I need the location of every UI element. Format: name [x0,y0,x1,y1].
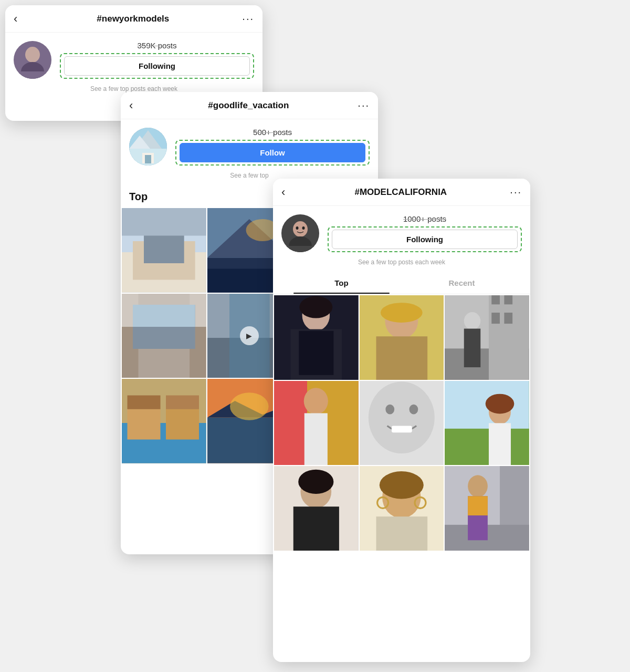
play-icon[interactable]: ▶ [240,326,259,345]
more-options-icon[interactable]: ··· [242,13,254,25]
grid-item[interactable] [360,381,444,466]
tab-recent[interactable]: Recent [402,272,522,294]
grid-item[interactable] [274,295,359,380]
svg-point-70 [464,312,481,330]
svg-rect-42 [128,407,161,440]
card2-posts-count: 500+ posts [253,128,292,137]
svg-point-80 [304,388,328,414]
svg-rect-71 [464,329,481,368]
card2-back-icon[interactable]: ‹ [129,100,133,111]
card3-info: 1000+ posts Following [328,214,522,252]
card1-title: #newyorkmodels [24,14,242,24]
card3-title: #MODELCALIFORNIA [291,187,510,198]
card2-more-icon[interactable]: ··· [358,99,370,111]
svg-rect-73 [492,295,500,304]
card3-see-few: See a few top posts each week [273,256,530,270]
card3-tabs: Top Recent [273,272,530,294]
card2-header: ‹ #goodlife_vacation ··· [121,92,378,119]
card1-posts-count: 359K posts [137,41,176,50]
svg-rect-64 [376,336,427,379]
svg-point-106 [468,475,488,498]
svg-point-101 [379,471,423,499]
svg-rect-72 [489,295,529,380]
svg-rect-10 [145,155,151,163]
svg-point-92 [486,394,514,413]
grid-item[interactable] [360,466,444,551]
card1-avatar [14,41,51,79]
card3-follow-container: Following [328,226,522,252]
card3-more-icon[interactable]: ··· [510,186,522,198]
svg-point-96 [298,470,333,494]
grid-item[interactable] [360,295,444,380]
svg-point-55 [302,226,305,230]
svg-rect-45 [166,396,199,409]
card3-follow-button[interactable]: Following [332,230,518,249]
svg-rect-86 [392,426,412,432]
grid-item[interactable] [122,208,206,293]
svg-point-49 [230,393,269,421]
grid-item[interactable] [122,379,206,463]
svg-rect-59 [299,331,333,375]
svg-point-83 [368,381,434,453]
svg-point-60 [299,296,332,318]
svg-point-66 [381,303,423,323]
svg-point-85 [409,404,418,414]
card-modelcalifornia: ‹ #MODELCALIFORNIA ··· 1000+ posts Follo… [273,179,530,662]
card2-info: 500+ posts Follow [175,128,370,166]
card3-avatar [281,214,319,252]
card1-header: ‹ #newyorkmodels ··· [5,5,262,33]
card1-follow-container: Following [60,53,254,79]
card2-follow-button[interactable]: Follow [180,143,365,162]
svg-rect-88 [445,423,529,465]
svg-rect-91 [489,423,511,465]
card3-header: ‹ #MODELCALIFORNIA ··· [273,179,530,206]
svg-rect-16 [122,208,206,236]
svg-point-1 [25,47,40,63]
back-icon[interactable]: ‹ [14,13,17,25]
grid-item[interactable] [445,381,529,466]
card2-follow-container: Follow [175,140,370,166]
svg-rect-74 [505,295,513,304]
svg-rect-95 [293,507,339,551]
card2-avatar [129,128,167,166]
card1-follow-button[interactable]: Following [64,56,250,76]
grid-item[interactable] [274,466,359,551]
svg-rect-78 [274,381,307,466]
svg-rect-44 [128,396,161,409]
svg-rect-53 [287,246,314,252]
svg-point-54 [296,226,299,230]
card3-profile: 1000+ posts Following [273,206,530,256]
svg-rect-108 [468,497,488,516]
card3-back-icon[interactable]: ‹ [281,187,285,198]
svg-rect-30 [133,305,195,327]
card2-profile: 500+ posts Follow [121,119,378,170]
tab-top[interactable]: Top [281,272,402,294]
svg-rect-75 [492,313,500,324]
svg-rect-76 [505,313,513,324]
svg-rect-102 [376,516,427,551]
svg-point-84 [385,404,394,414]
svg-rect-43 [166,407,199,440]
svg-point-51 [293,221,308,237]
card3-photo-grid [273,294,530,552]
grid-item[interactable] [445,295,529,380]
card1-info: 359K posts Following [60,41,254,79]
grid-item[interactable] [445,466,529,551]
card3-posts-count: 1000+ posts [403,214,446,223]
card2-title: #goodlife_vacation [139,100,358,111]
svg-rect-3 [19,71,46,79]
svg-rect-81 [304,413,328,465]
grid-item[interactable] [122,294,206,378]
card1-profile: 359K posts Following [5,33,262,83]
grid-item[interactable] [274,381,359,466]
